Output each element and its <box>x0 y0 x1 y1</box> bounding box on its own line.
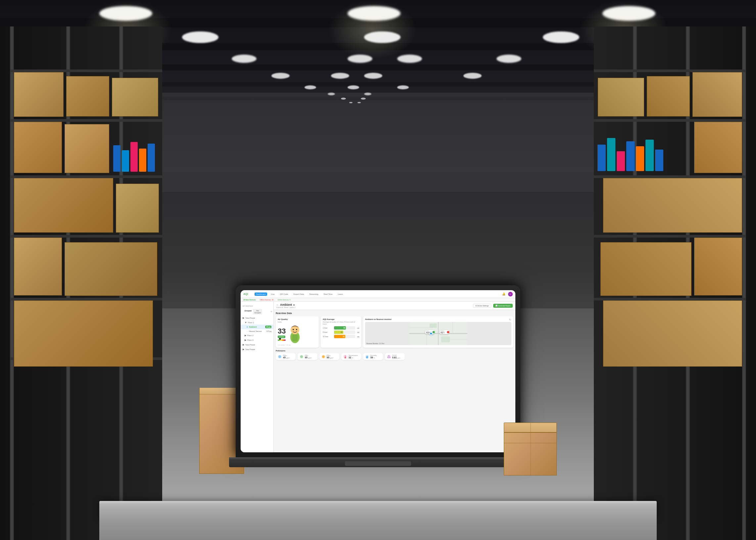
box-r-r4-1 <box>694 237 742 296</box>
dashboard-body: My Devices Grouped Not Grouped + ▶ <box>240 302 516 452</box>
laptop-trackpad <box>345 461 411 466</box>
blue-item-2 <box>122 150 129 172</box>
laptop-screen-bezel: AQI Dashboard Live QR Code <box>240 290 516 452</box>
sidebar-tata-power-1[interactable]: ▶ Tata Power <box>240 316 273 320</box>
my-devices-title: My Devices <box>240 304 273 308</box>
sidebar-tata-power-2[interactable]: ▶ Tata Power <box>240 342 273 347</box>
new-devices-label: 20 New Devices <box>243 299 256 301</box>
tvoc-icon <box>387 355 391 359</box>
pollutants-title: Pollutants <box>276 350 514 352</box>
aqi-mascot <box>288 324 302 344</box>
shelf-bar-r3 <box>594 175 746 178</box>
light-5 <box>364 32 400 43</box>
pm1-svg <box>300 355 303 358</box>
svg-marker-29 <box>387 355 390 358</box>
nav-qr[interactable]: QR Code <box>279 293 290 296</box>
shelf-upright-1 <box>10 27 14 540</box>
tata-power-label-1: Tata Power <box>245 317 271 319</box>
map-card-header: Ambient vs Nearest monitor ↻ <box>365 318 512 321</box>
box-r-r1-2 <box>647 76 690 116</box>
sidebar-top-row: Grouped Not Grouped + <box>240 308 273 316</box>
svg-rect-12 <box>430 323 437 328</box>
laptop-base <box>229 457 527 467</box>
dashboard-sidebar: My Devices Grouped Not Grouped + ▶ <box>240 302 274 452</box>
pm25-icon <box>278 355 282 359</box>
offline-devices: Offline Devices: 15 <box>260 299 274 301</box>
back-arrow-icon[interactable]: ← <box>276 304 279 306</box>
pollutant-pm1: PM₁ 95 µg/m³ <box>298 353 317 360</box>
light-18 <box>328 93 335 95</box>
map-svg: Indoor AQI 33 <box>365 322 512 345</box>
sidebar-tabs[interactable]: Grouped Not Grouped <box>243 309 262 314</box>
nav-realtime[interactable]: Real Time <box>322 293 334 296</box>
avg-bar-8h: 43 <box>334 331 355 334</box>
box-l-r1-1 <box>14 72 64 117</box>
tvoc-value: 0.81 ppm <box>392 356 400 359</box>
device-settings-button[interactable]: ⚙ Device Settings <box>473 304 491 308</box>
chevron-down-icon-1: ▼ <box>244 321 247 324</box>
header-right: 🔔 U <box>502 292 513 297</box>
nearby-monitor-text: Nearest Monitor: 2.0 Km <box>367 342 384 344</box>
pm10-value: 95 µg/m³ <box>327 356 333 359</box>
tata-power-label-3: Tata Power <box>245 348 271 350</box>
pollutant-humidity: Humidity 59 % <box>363 353 383 360</box>
sidebar-ambient[interactable]: ● Ambient 33 µg <box>240 325 273 329</box>
light-20 <box>341 98 346 100</box>
svg-point-2 <box>293 329 294 330</box>
tab-grouped[interactable]: Grouped <box>243 309 253 314</box>
edit-icon[interactable]: ✏ <box>293 304 295 306</box>
aqi-average-card: AQI Average Average air quality of 1 hou… <box>321 316 361 348</box>
nav-live[interactable]: Live <box>270 293 276 296</box>
pm25-value: 45 µg/m³ <box>283 356 290 359</box>
pm10-icon <box>321 355 325 359</box>
nav-learn-label: Leanr <box>338 293 343 295</box>
nav-streaming[interactable]: Streaming <box>308 293 319 296</box>
pm25-unit: µg/m³ <box>286 357 290 359</box>
svg-point-22 <box>430 333 432 335</box>
nav-learn[interactable]: Leanr <box>337 293 344 296</box>
notification-bell-icon[interactable]: 🔔 <box>502 293 506 296</box>
box-l-r2-2 <box>65 124 109 173</box>
light-16 <box>348 85 359 89</box>
temp-unit: °C <box>352 357 354 359</box>
user-avatar[interactable]: U <box>508 292 513 297</box>
tab-not-grouped[interactable]: Not Grouped <box>253 309 262 314</box>
cyan-r-2 <box>646 140 654 171</box>
map-card-title: Ambient vs Nearest monitor <box>365 318 391 320</box>
nav-export[interactable]: Export Data <box>292 293 306 296</box>
box-l-r4-1 <box>14 237 62 296</box>
svg-rect-4 <box>292 335 298 341</box>
light-13 <box>364 73 382 79</box>
avg-label-12h: 12 hour <box>323 336 333 338</box>
sidebar-havani[interactable]: ○ Havani Sensor 123 µg <box>240 329 273 333</box>
light-14 <box>463 73 482 79</box>
nav-dashboard[interactable]: Dashboard <box>254 293 267 296</box>
light-22 <box>349 102 353 103</box>
pollutant-temperature: Temperature 32 °C <box>341 353 361 360</box>
left-wall <box>0 27 162 540</box>
box-r-r1-1 <box>692 72 742 117</box>
dashboard-nav[interactable]: Dashboard Live QR Code Export Data <box>254 293 498 296</box>
sidebar-floor-2[interactable]: ▶ Floor 2 <box>240 333 273 338</box>
avg-fill-12h: 53 <box>334 335 345 338</box>
shelf-colorful-r <box>595 124 691 173</box>
humidity-icon <box>365 355 369 359</box>
temp-svg <box>344 355 347 358</box>
ambient-label: Ambient <box>249 326 264 328</box>
ambient-page-title: Ambient <box>280 303 292 306</box>
sidebar-floor-1[interactable]: ▼ Floor 1 <box>240 320 273 325</box>
sidebar-floor-3[interactable]: ▶ Floor 3 <box>240 338 273 342</box>
tata-power-label-2: Tata Power <box>245 344 271 346</box>
svg-point-25 <box>300 355 303 358</box>
map-refresh-icon[interactable]: ↻ <box>509 318 512 321</box>
add-device-icon[interactable]: + <box>270 310 272 313</box>
avg-value-12h: 53 <box>343 336 345 338</box>
pm10-svg <box>322 355 325 358</box>
sidebar-tata-power-3[interactable]: ▶ Tata Power <box>240 347 273 352</box>
light-8 <box>348 55 373 63</box>
aqi-color-bar <box>278 339 286 341</box>
chevron-right-icon-4: ▶ <box>242 343 244 346</box>
aqi-bar-indicator <box>279 338 281 340</box>
generate-report-button[interactable]: 📊 Generate Report <box>493 304 513 308</box>
avg-bar-12h: 53 <box>334 335 355 338</box>
